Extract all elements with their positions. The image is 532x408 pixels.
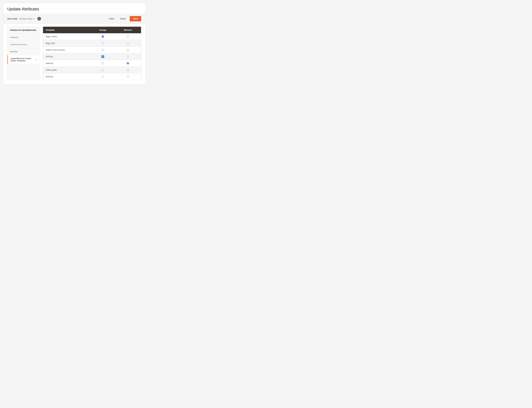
table-row: Watch extra services	[43, 47, 141, 53]
help-icon[interactable]: ?	[37, 17, 41, 20]
assign-checkbox[interactable]	[102, 49, 104, 51]
back-arrow-icon: ←	[107, 17, 109, 20]
remove-checkbox[interactable]	[127, 42, 129, 44]
sidebar: PRODUCTS INFORMATION Attributes Advanced…	[7, 26, 40, 80]
remove-checkbox[interactable]	[127, 62, 129, 64]
sidebar-item-websites[interactable]: Websites	[8, 48, 40, 55]
save-button[interactable]: Save	[130, 16, 141, 21]
table-header-row: Template Assign Remove	[43, 27, 141, 34]
main-content: Template Assign Remove Bags ColorsBags S…	[43, 26, 141, 80]
sidebar-item-attributes[interactable]: Attributes	[8, 34, 40, 41]
cell-assign	[91, 40, 115, 47]
table-row: Material	[43, 60, 141, 67]
edit-icon[interactable]: ✏	[35, 59, 37, 61]
cell-template-name: Delivery	[43, 73, 91, 80]
template-table: Template Assign Remove Bags ColorsBags S…	[43, 26, 141, 80]
table-row: Video guide	[43, 67, 141, 73]
cell-template-name: Gift Box	[43, 53, 91, 60]
cell-remove	[115, 40, 141, 47]
toolbar: Store View: All Store Views ▼ ? ← Back R…	[3, 14, 145, 24]
dropdown-arrow-icon: ▼	[33, 18, 35, 20]
table-row: Bags Colors	[43, 33, 141, 40]
assign-checkbox[interactable]	[102, 69, 104, 71]
col-template: Template	[43, 27, 91, 34]
store-view-label: Store View:	[7, 18, 18, 20]
remove-checkbox[interactable]	[127, 69, 129, 71]
sidebar-section-header: PRODUCTS INFORMATION	[8, 27, 40, 34]
cell-assign	[91, 60, 115, 67]
cell-template-name: Bags Colors	[43, 33, 91, 40]
sidebar-active-label: Assign/Remove Custom Option Templates	[10, 57, 34, 62]
page-title: Update Attributes	[3, 3, 145, 14]
cell-assign	[91, 73, 115, 80]
store-view-select[interactable]: All Store Views ▼	[20, 18, 35, 20]
cell-template-name: Watch extra services	[43, 47, 91, 53]
table-row: Gift Box	[43, 53, 141, 60]
assign-checkbox[interactable]	[102, 62, 104, 64]
cell-remove	[115, 73, 141, 80]
cell-remove	[115, 47, 141, 53]
col-remove: Remove	[115, 27, 141, 34]
cell-remove	[115, 60, 141, 67]
assign-checkbox[interactable]	[102, 76, 104, 78]
cell-template-name: Video guide	[43, 67, 91, 73]
sidebar-item-advanced-inventory[interactable]: Advanced Inventory	[8, 41, 40, 48]
cell-template-name: Material	[43, 60, 91, 67]
cell-assign	[91, 33, 115, 40]
reset-button[interactable]: Reset	[118, 17, 128, 21]
save-label: Save	[133, 17, 138, 20]
cell-assign	[91, 67, 115, 73]
remove-checkbox[interactable]	[127, 49, 129, 51]
page-wrapper: Update Attributes Store View: All Store …	[3, 3, 145, 84]
sidebar-item-assign-remove[interactable]: Assign/Remove Custom Option Templates ✏	[8, 55, 40, 64]
remove-checkbox[interactable]	[127, 56, 129, 58]
cell-remove	[115, 33, 141, 40]
table-row: Bags Size	[43, 40, 141, 47]
cell-assign	[91, 47, 115, 53]
reset-label: Reset	[120, 17, 126, 20]
cell-template-name: Bags Size	[43, 40, 91, 47]
cell-remove	[115, 67, 141, 73]
col-assign: Assign	[91, 27, 115, 34]
table-row: Delivery	[43, 73, 141, 80]
content-area: PRODUCTS INFORMATION Attributes Advanced…	[3, 24, 145, 84]
cell-remove	[115, 53, 141, 60]
store-view-value: All Store Views	[20, 18, 33, 20]
remove-checkbox[interactable]	[127, 36, 129, 38]
cell-assign	[91, 53, 115, 60]
back-label: Back	[110, 17, 114, 20]
back-button[interactable]: ← Back	[105, 17, 116, 21]
remove-checkbox[interactable]	[127, 76, 129, 78]
assign-checkbox[interactable]	[102, 36, 104, 38]
assign-checkbox[interactable]	[102, 42, 104, 44]
assign-checkbox[interactable]	[102, 56, 104, 58]
